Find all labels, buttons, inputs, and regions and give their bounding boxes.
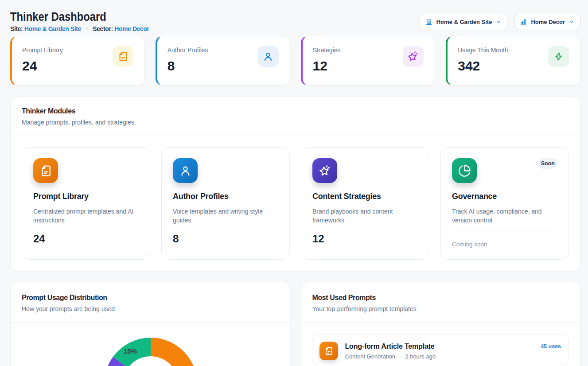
svg-text:15%: 15% <box>124 347 137 355</box>
